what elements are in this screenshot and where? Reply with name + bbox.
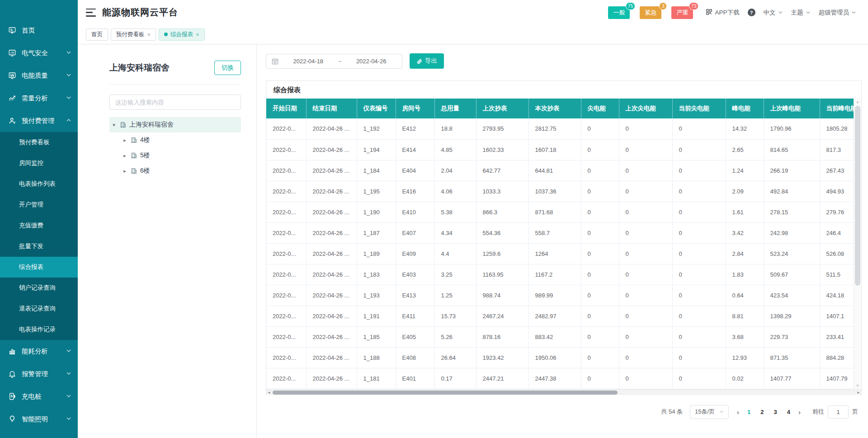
theme-selector[interactable]: 主题 — [791, 9, 811, 17]
sidebar-item-综合报表[interactable]: 综合报表 — [0, 257, 78, 278]
table-cell: E412 — [396, 118, 434, 139]
alarm-chip-严重[interactable]: 严重73 — [671, 6, 693, 19]
sidebar-item-电表操作列表[interactable]: 电表操作列表 — [0, 174, 78, 194]
close-icon[interactable]: × — [147, 32, 151, 38]
tree-node-5楼[interactable]: ▸5楼 — [120, 148, 241, 163]
table-cell: 1_185 — [357, 326, 396, 347]
caret-right-icon[interactable]: ▸ — [122, 168, 127, 174]
table-row[interactable]: 2022-0...2022-04-26 ...1_181E4010.172447… — [266, 368, 854, 389]
scroll-left-icon[interactable]: ◄ — [267, 390, 271, 396]
vertical-scrollbar[interactable]: ▲ ▼ — [854, 99, 861, 389]
table-row[interactable]: 2022-0...2022-04-26 ...1_192E41218.82793… — [266, 118, 854, 139]
sidebar-item-预付费看板[interactable]: 预付费看板 — [0, 132, 78, 153]
table-cell: E401 — [396, 368, 434, 389]
app-download-button[interactable]: APP下载 — [706, 9, 739, 17]
goto-page-input[interactable] — [828, 405, 849, 419]
table-cell: 14.32 — [726, 118, 764, 139]
table-cell: 1.83 — [726, 264, 764, 285]
page-button-1[interactable]: 1 — [747, 409, 750, 415]
table-cell: 1_191 — [357, 306, 396, 326]
user-menu[interactable]: 超级管理员 — [819, 9, 857, 17]
page-button-3[interactable]: 3 — [774, 409, 777, 415]
table-row[interactable]: 2022-0...2022-04-26 ...1_184E4042.04642.… — [266, 160, 854, 181]
tab-预付费看板[interactable]: 预付费看板× — [111, 28, 156, 41]
alarm-chip-紧急[interactable]: 紧急3 — [640, 6, 661, 19]
sidebar-item-批量下发[interactable]: 批量下发 — [0, 236, 78, 257]
caret-right-icon[interactable]: ▸ — [122, 137, 127, 143]
table-row[interactable]: 2022-0...2022-04-26 ...1_183E4033.251163… — [266, 264, 854, 285]
date-range-picker[interactable]: 2022-04-18 ~ 2022-04-26 — [266, 54, 402, 69]
table-row[interactable]: 2022-0...2022-04-26 ...1_190E4105.38866.… — [266, 202, 854, 222]
close-icon[interactable]: × — [196, 32, 199, 38]
table-cell: 4.34 — [434, 222, 476, 243]
table-row[interactable]: 2022-0...2022-04-26 ...1_195E4164.061033… — [266, 181, 854, 202]
sidebar-item-能耗分析[interactable]: 能耗分析 — [0, 340, 78, 363]
table-cell: 2022-0... — [266, 243, 306, 264]
prev-page-button[interactable]: ‹ — [735, 408, 741, 416]
collapse-menu-icon[interactable] — [86, 9, 96, 17]
page-button-2[interactable]: 2 — [760, 409, 764, 415]
sidebar-item-充值缴费[interactable]: 充值缴费 — [0, 215, 78, 236]
paperclip-icon — [416, 58, 422, 64]
sidebar-item-报警管理[interactable]: 报警管理 — [0, 363, 78, 385]
scroll-down-icon[interactable]: ▼ — [854, 384, 861, 388]
sidebar-item-销户记录查询[interactable]: 销户记录查询 — [0, 278, 78, 298]
date-end[interactable]: 2022-04-26 — [346, 58, 396, 65]
caret-right-icon[interactable]: ▸ — [122, 153, 127, 159]
table-cell: 2022-0... — [266, 368, 306, 389]
caret-down-icon[interactable]: ▾ — [111, 122, 117, 128]
next-page-button[interactable]: › — [797, 408, 802, 416]
table-cell: 2022-0... — [266, 285, 306, 306]
tree-node-root[interactable]: ▾ 上海安科瑞宿舍 — [109, 117, 241, 132]
table-header: 开始日期结束日期仪表编号房间号总用量上次抄表本次抄表尖电能上次尖电能当前尖电能峰… — [266, 99, 854, 118]
help-icon[interactable]: ? — [748, 9, 755, 16]
prepaid-icon — [8, 116, 17, 125]
sidebar-item-电能质量[interactable]: 电能质量 — [0, 64, 78, 87]
switch-button[interactable]: 切换 — [214, 61, 241, 75]
sidebar-item-电气安全[interactable]: 电气安全 — [0, 42, 78, 64]
sidebar-item-智能照明[interactable]: 智能照明 — [0, 408, 78, 430]
table-row[interactable]: 2022-0...2022-04-26 ...1_193E4131.25988.… — [266, 285, 854, 306]
table-row[interactable]: 2022-0...2022-04-26 ...1_187E4074.34554.… — [266, 222, 854, 243]
column-header-当前尖电能: 当前尖电能 — [672, 99, 726, 118]
sidebar-item-需量分析[interactable]: 需量分析 — [0, 87, 78, 109]
table-row[interactable]: 2022-0...2022-04-26 ...1_185E4055.26878.… — [266, 326, 854, 347]
sidebar-item-房间监控[interactable]: 房间监控 — [0, 153, 78, 174]
alarm-chip-一般[interactable]: 一般75 — [608, 6, 630, 19]
vertical-scrollbar-thumb[interactable] — [855, 106, 860, 286]
table-cell: 2022-0... — [266, 118, 306, 139]
tab-首页[interactable]: 首页 — [86, 28, 108, 41]
language-selector[interactable]: 中文 — [764, 9, 783, 17]
table-row[interactable]: 2022-0...2022-04-26 ...1_188E40826.64192… — [266, 347, 854, 368]
column-header-当前峰电能: 当前峰电能 — [820, 99, 854, 118]
page-button-4[interactable]: 4 — [787, 409, 790, 415]
tree-search-input[interactable] — [109, 94, 241, 110]
table-cell: 2447.21 — [476, 368, 528, 389]
scroll-up-icon[interactable]: ▲ — [854, 100, 861, 104]
alarm-count-badge: 75 — [626, 2, 636, 10]
sidebar-item-预付费管理[interactable]: 预付费管理 — [0, 109, 78, 132]
sidebar-item-退表记录查询[interactable]: 退表记录查询 — [0, 298, 78, 319]
table-cell: 1_189 — [357, 243, 396, 264]
scroll-right-icon[interactable]: ► — [857, 390, 860, 396]
tree-node-4楼[interactable]: ▸4楼 — [120, 132, 241, 148]
table-cell: 2467.24 — [476, 306, 528, 326]
table-cell: 878.16 — [476, 326, 528, 347]
table-cell: 0 — [619, 139, 672, 160]
page-size-select[interactable]: 15条/页 — [690, 405, 729, 419]
table-row[interactable]: 2022-0...2022-04-26 ...1_191E41115.73246… — [266, 306, 854, 326]
date-start[interactable]: 2022-04-18 — [283, 58, 334, 65]
table-cell: 2022-04-26 ... — [306, 202, 357, 222]
table-row[interactable]: 2022-0...2022-04-26 ...1_189E4094.41259.… — [266, 243, 854, 264]
date-separator: ~ — [338, 58, 342, 65]
tab-综合报表[interactable]: 综合报表× — [159, 28, 205, 41]
horizontal-scrollbar[interactable]: ◄ ► — [266, 389, 861, 395]
horizontal-scrollbar-thumb[interactable] — [273, 391, 618, 395]
sidebar-item-首页[interactable]: 首页 — [0, 19, 78, 42]
tree-node-6楼[interactable]: ▸6楼 — [120, 163, 241, 179]
sidebar-item-开户管理[interactable]: 开户管理 — [0, 194, 78, 215]
sidebar-item-充电桩[interactable]: 充电桩 — [0, 385, 78, 408]
export-button[interactable]: 导出 — [410, 53, 444, 69]
table-row[interactable]: 2022-0...2022-04-26 ...1_194E4144.851602… — [266, 139, 854, 160]
sidebar-item-电表操作记录[interactable]: 电表操作记录 — [0, 319, 78, 340]
